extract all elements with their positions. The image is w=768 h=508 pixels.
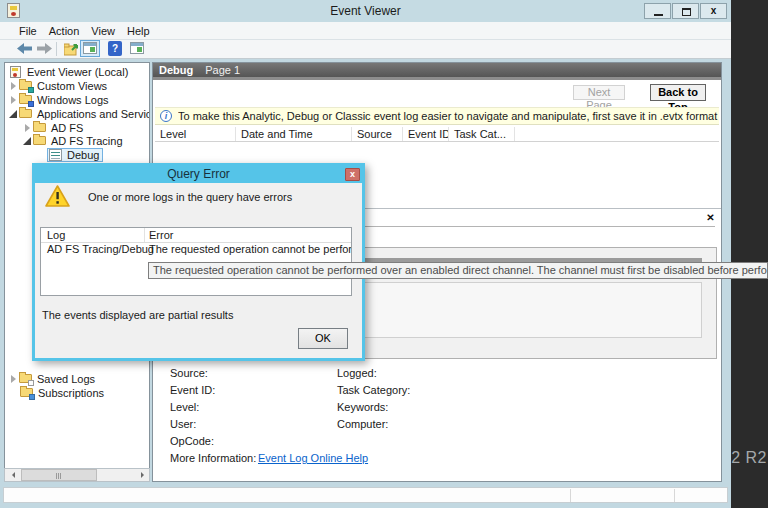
dialog-title: Query Error (35, 166, 362, 183)
more-information-label: More Information: (170, 452, 256, 464)
expander-collapsed-icon[interactable] (9, 95, 19, 105)
console-tree-icon (83, 42, 97, 54)
field-computer-label: Computer: (337, 418, 388, 430)
field-keywords-label: Keywords: (337, 401, 388, 413)
error-tooltip: The requested operation cannot be perfor… (148, 262, 768, 279)
error-row-log: AD FS Tracing/Debug (41, 243, 145, 257)
tree-item-subscriptions[interactable]: Subscriptions (20, 386, 150, 400)
close-icon: x (701, 5, 726, 16)
export-log-icon[interactable] (64, 42, 79, 56)
minimize-icon (654, 14, 663, 16)
close-button[interactable]: x (700, 3, 727, 19)
desktop-watermark: 2 R2 (731, 449, 767, 467)
help-icon[interactable]: ? (108, 41, 122, 56)
window-title: Event Viewer (0, 4, 731, 18)
dialog-close-icon: x (350, 169, 355, 179)
info-icon: i (160, 110, 172, 122)
minimize-button[interactable] (644, 3, 671, 19)
toolbar-separator (56, 42, 57, 56)
tree-item-ad-fs-tracing[interactable]: AD FS Tracing (23, 134, 150, 148)
folder-icon (33, 122, 47, 134)
expander-collapsed-icon[interactable] (23, 123, 33, 133)
tree-item-windows-logs[interactable]: Windows Logs (9, 93, 150, 107)
field-opcode-label: OpCode: (170, 435, 214, 447)
selected-tree-item: Debug (47, 148, 103, 162)
status-bar-divider (674, 489, 675, 502)
error-list-header: Log Error (41, 228, 351, 243)
forward-icon[interactable] (37, 43, 52, 54)
back-icon[interactable] (17, 43, 32, 54)
column-header-date-time[interactable]: Date and Time (236, 127, 352, 141)
scrollbar-track[interactable] (19, 469, 135, 481)
expander-collapsed-icon[interactable] (9, 81, 19, 91)
dialog-close-button[interactable]: x (345, 168, 360, 181)
expander-collapsed-icon[interactable] (9, 374, 19, 384)
back-to-top-button[interactable]: Back to Top (650, 84, 706, 101)
title-bar: Event Viewer x (0, 0, 731, 22)
field-user-label: User: (170, 418, 196, 430)
menu-file[interactable]: File (13, 22, 43, 40)
field-source-label: Source: (170, 367, 208, 379)
tree-item-debug[interactable]: Debug (47, 148, 150, 162)
tree-item-saved-logs[interactable]: Saved Logs (9, 372, 150, 386)
dialog-footer-text: The events displayed are partial results (42, 309, 233, 321)
field-level-label: Level: (170, 401, 199, 413)
status-bar (3, 487, 728, 503)
menu-view[interactable]: View (85, 22, 121, 40)
event-viewer-icon (9, 66, 23, 78)
saved-logs-folder-icon (19, 373, 33, 385)
next-page-button[interactable]: Next Page (573, 85, 625, 100)
event-log-icon (49, 149, 63, 161)
action-pane-toggle[interactable] (130, 42, 144, 54)
tree-item-applications-services-logs[interactable]: Applications and Services Lo (9, 107, 150, 121)
custom-views-folder-icon (19, 80, 33, 92)
status-bar-divider (570, 489, 571, 502)
scroll-left-icon[interactable] (5, 469, 19, 481)
tree-item-ad-fs[interactable]: AD FS (23, 121, 150, 135)
maximize-button[interactable] (672, 3, 699, 19)
ok-button[interactable]: OK (298, 328, 348, 349)
maximize-icon (682, 8, 691, 16)
dialog-message: One or more logs in the query have error… (88, 191, 292, 203)
tree-item-event-viewer-local[interactable]: Event Viewer (Local) (9, 65, 150, 79)
notice-text: To make this Analytic, Debug or Classic … (178, 110, 719, 122)
tree-horizontal-scrollbar[interactable] (4, 468, 150, 482)
event-log-online-help-link[interactable]: Event Log Online Help (258, 452, 368, 464)
tab-bar-shadow (153, 77, 721, 80)
expander-expanded-icon[interactable] (23, 136, 33, 146)
expander-expanded-icon[interactable] (9, 109, 19, 119)
console-tree-toggle[interactable] (80, 40, 100, 57)
subscriptions-icon (20, 387, 34, 399)
field-event-id-label: Event ID: (170, 384, 215, 396)
action-pane-icon (130, 42, 144, 54)
menu-help[interactable]: Help (121, 22, 156, 40)
menu-action[interactable]: Action (43, 22, 86, 40)
event-table-header: Level Date and Time Source Event ID Task… (155, 127, 719, 142)
error-row-error: The requested operation cannot be perfor… (145, 243, 351, 257)
folder-open-icon (19, 108, 33, 120)
windows-logs-folder-icon (19, 94, 33, 106)
log-tab-bar: Debug Page 1 (153, 63, 721, 77)
column-header-filler (515, 127, 719, 141)
log-tab-title[interactable]: Debug (159, 64, 193, 76)
column-header-error[interactable]: Error (145, 228, 351, 242)
warning-icon (45, 185, 70, 207)
scroll-right-icon[interactable] (135, 469, 149, 481)
error-list-row[interactable]: AD FS Tracing/Debug The requested operat… (41, 243, 351, 257)
column-header-event-id[interactable]: Event ID (403, 127, 449, 141)
folder-icon (33, 135, 47, 147)
preview-pane-close-icon[interactable]: ✕ (704, 211, 717, 224)
tree-item-custom-views[interactable]: Custom Views (9, 79, 150, 93)
log-tab-page: Page 1 (205, 64, 240, 76)
scrollbar-thumb[interactable] (21, 469, 97, 481)
field-task-category-label: Task Category: (337, 384, 410, 396)
column-header-log[interactable]: Log (41, 228, 145, 242)
field-logged-label: Logged: (337, 367, 377, 379)
column-header-task-category[interactable]: Task Cat... (449, 127, 515, 141)
column-header-source[interactable]: Source (352, 127, 403, 141)
analytic-log-notice: i To make this Analytic, Debug or Classi… (155, 107, 719, 125)
menu-bar: File Action View Help (0, 22, 731, 40)
column-header-level[interactable]: Level (155, 127, 236, 141)
